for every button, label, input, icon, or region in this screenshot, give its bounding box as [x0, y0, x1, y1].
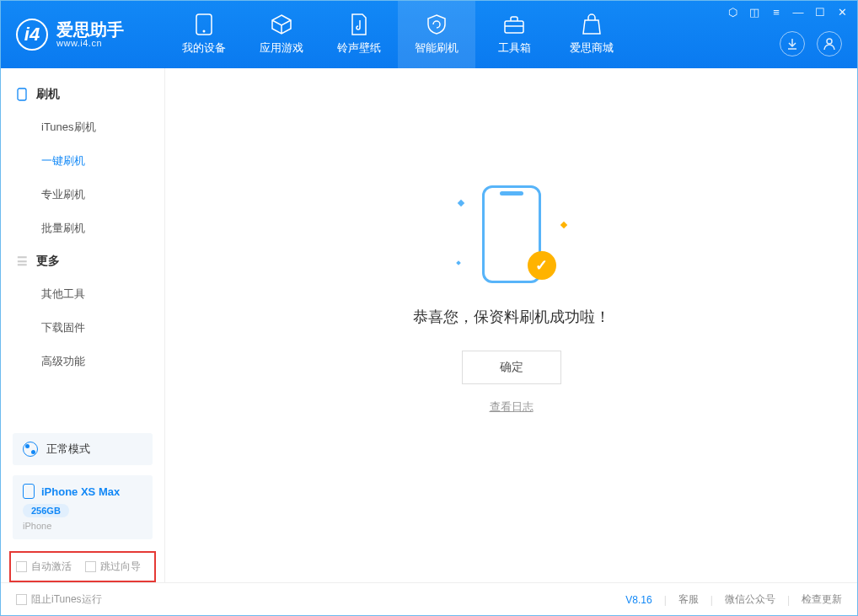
block-itunes-checkbox[interactable]: 阻止iTunes运行 — [16, 592, 102, 607]
download-button[interactable] — [780, 31, 805, 56]
app-header: i4 爱思助手 www.i4.cn 我的设备 应用游戏 铃声壁纸 智能刷机 工具… — [1, 1, 857, 68]
bag-icon — [581, 13, 603, 35]
music-file-icon — [348, 13, 370, 35]
checkbox-icon — [16, 594, 27, 605]
storage-badge: 256GB — [23, 504, 69, 517]
sidebar-item-other-tools[interactable]: 其他工具 — [1, 277, 164, 311]
close-button[interactable]: ✕ — [835, 6, 849, 19]
footer-link-wechat[interactable]: 微信公众号 — [725, 592, 775, 607]
sidebar-item-batch-flash[interactable]: 批量刷机 — [1, 212, 164, 245]
phone-icon — [16, 88, 28, 100]
sidebar-item-itunes-flash[interactable]: iTunes刷机 — [1, 110, 164, 144]
tab-smart-flash[interactable]: 智能刷机 — [398, 1, 475, 68]
svg-point-3 — [827, 39, 832, 44]
tab-apps-games[interactable]: 应用游戏 — [243, 1, 320, 68]
user-button[interactable] — [817, 31, 842, 56]
svg-rect-4 — [18, 88, 26, 100]
list-icon: ☰ — [16, 255, 28, 267]
device-icon — [23, 484, 35, 499]
view-log-link[interactable]: 查看日志 — [490, 399, 534, 415]
window-controls: ⬡ ◫ ≡ — ☐ ✕ — [726, 6, 849, 19]
auto-activate-checkbox[interactable]: 自动激活 — [16, 560, 72, 574]
skip-guide-checkbox[interactable]: 跳过向导 — [85, 560, 141, 574]
refresh-shield-icon — [426, 13, 448, 35]
main-content: ✓ 恭喜您，保资料刷机成功啦！ 确定 查看日志 — [165, 68, 857, 582]
tab-toolbox[interactable]: 工具箱 — [475, 1, 553, 68]
sidebar-group-flash: 刷机 — [1, 78, 164, 110]
tab-store[interactable]: 爱思商城 — [553, 1, 630, 68]
svg-point-1 — [203, 30, 206, 33]
ok-button[interactable]: 确定 — [462, 351, 561, 384]
checkbox-icon — [16, 561, 27, 572]
lock-icon[interactable]: ◫ — [748, 6, 761, 19]
success-message: 恭喜您，保资料刷机成功啦！ — [413, 307, 610, 327]
footer: 阻止iTunes运行 V8.16 | 客服 | 微信公众号 | 检查更新 — [1, 582, 857, 616]
shirt-icon[interactable]: ⬡ — [726, 6, 739, 19]
cube-icon — [271, 13, 292, 35]
tab-my-device[interactable]: 我的设备 — [165, 1, 243, 68]
mode-indicator[interactable]: 正常模式 — [13, 433, 153, 465]
device-type: iPhone — [23, 521, 142, 531]
footer-link-support[interactable]: 客服 — [678, 592, 699, 607]
minimize-button[interactable]: — — [791, 6, 805, 19]
header-actions — [780, 31, 842, 56]
device-name: iPhone XS Max — [41, 485, 120, 498]
sidebar: 刷机 iTunes刷机 一键刷机 专业刷机 批量刷机 ☰ 更多 其他工具 下载固… — [1, 68, 165, 582]
svg-rect-2 — [505, 21, 523, 33]
sidebar-item-pro-flash[interactable]: 专业刷机 — [1, 178, 164, 212]
device-card[interactable]: iPhone XS Max 256GB iPhone — [13, 475, 153, 539]
device-icon — [193, 13, 215, 35]
sidebar-item-advanced[interactable]: 高级功能 — [1, 345, 164, 378]
maximize-button[interactable]: ☐ — [813, 6, 827, 19]
app-url: www.i4.cn — [56, 38, 124, 48]
toolbox-icon — [503, 13, 525, 35]
tab-ringtone-wallpaper[interactable]: 铃声壁纸 — [320, 1, 398, 68]
sidebar-item-download-firmware[interactable]: 下载固件 — [1, 311, 164, 345]
version-label: V8.16 — [625, 594, 652, 606]
mode-label: 正常模式 — [46, 442, 90, 457]
body-area: 刷机 iTunes刷机 一键刷机 专业刷机 批量刷机 ☰ 更多 其他工具 下载固… — [1, 68, 857, 582]
app-name: 爱思助手 — [56, 21, 124, 38]
menu-icon[interactable]: ≡ — [770, 6, 783, 19]
footer-link-update[interactable]: 检查更新 — [802, 592, 842, 607]
app-logo-icon: i4 — [16, 19, 48, 51]
success-illustration: ✓ — [457, 185, 566, 287]
main-tabs: 我的设备 应用游戏 铃声壁纸 智能刷机 工具箱 爱思商城 — [165, 1, 630, 68]
sidebar-item-oneclick-flash[interactable]: 一键刷机 — [1, 144, 164, 178]
mode-icon — [23, 442, 38, 457]
highlighted-options: 自动激活 跳过向导 — [9, 551, 156, 582]
footer-right: V8.16 | 客服 | 微信公众号 | 检查更新 — [625, 592, 842, 607]
checkbox-icon — [85, 561, 96, 572]
check-badge-icon: ✓ — [528, 251, 556, 280]
sidebar-group-more: ☰ 更多 — [1, 245, 164, 277]
logo-area: i4 爱思助手 www.i4.cn — [1, 19, 165, 51]
